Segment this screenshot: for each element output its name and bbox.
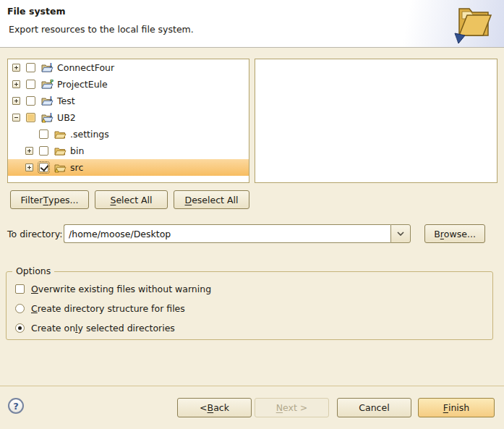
directory-input[interactable] xyxy=(64,224,390,243)
back-button[interactable]: < Back xyxy=(177,398,252,417)
tree-label[interactable]: src xyxy=(70,162,83,173)
tree-row-bin[interactable]: bin xyxy=(8,143,249,159)
checkbox-ub2-grayed[interactable] xyxy=(26,113,35,122)
directory-combo xyxy=(64,224,411,243)
overwrite-checkbox[interactable] xyxy=(15,284,25,294)
tree-row-connectfour[interactable]: J ConnectFour xyxy=(8,59,249,76)
create-selected-label[interactable]: Create only selected directories xyxy=(31,323,175,334)
tree-label[interactable]: Test xyxy=(57,95,75,106)
create-selected-radio[interactable] xyxy=(15,323,25,333)
folder-icon xyxy=(54,129,67,140)
create-structure-option[interactable]: Create directory structure for files xyxy=(15,303,185,314)
svg-text:J: J xyxy=(49,95,52,101)
expand-icon[interactable] xyxy=(25,147,33,155)
help-button[interactable]: ? xyxy=(8,398,24,414)
filter-types-button[interactable]: Filter Types... xyxy=(10,190,89,209)
svg-text:J: J xyxy=(49,62,52,68)
tree-row-projecteule[interactable]: P ProjectEule xyxy=(8,76,249,93)
checkbox-src-checked[interactable] xyxy=(39,163,48,172)
browse-button[interactable]: Browse... xyxy=(424,224,485,243)
expand-icon[interactable] xyxy=(12,80,20,88)
tree-row-ub2[interactable]: J UB2 xyxy=(8,109,249,126)
expand-icon[interactable] xyxy=(12,64,20,72)
checkbox-test[interactable] xyxy=(26,96,35,106)
checkbox-projecteule[interactable] xyxy=(26,80,35,89)
footer-separator xyxy=(0,386,504,386)
checkbox-settings[interactable] xyxy=(39,129,48,139)
folder-icon xyxy=(54,145,67,156)
tree-label[interactable]: ProjectEule xyxy=(57,79,108,90)
next-button-disabled: Next > xyxy=(255,398,329,417)
chevron-down-icon xyxy=(397,232,404,236)
page-subtitle: Export resources to the local file syste… xyxy=(9,24,194,35)
to-directory-label: To directory: xyxy=(7,229,62,239)
tree-label[interactable]: ConnectFour xyxy=(57,62,114,73)
page-title: File system xyxy=(7,6,65,17)
java-project-folder-icon: J xyxy=(41,95,54,106)
create-selected-option[interactable]: Create only selected directories xyxy=(15,323,175,334)
svg-text:P: P xyxy=(50,79,54,85)
finish-button[interactable]: Finish xyxy=(418,398,495,417)
tree-label[interactable]: UB2 xyxy=(57,112,76,123)
tree-row-test[interactable]: J Test xyxy=(8,93,249,109)
export-folder-icon xyxy=(449,3,495,46)
project-folder-icon: P xyxy=(41,79,54,90)
folder-warning-icon xyxy=(54,162,67,173)
java-project-folder-icon: J xyxy=(41,62,54,73)
question-mark-icon: ? xyxy=(13,401,19,412)
tree-row-src-selected[interactable]: src xyxy=(8,159,249,176)
tree-label[interactable]: .settings xyxy=(70,129,109,140)
export-file-system-dialog: File system Export resources to the loca… xyxy=(0,0,504,429)
cancel-button[interactable]: Cancel xyxy=(337,398,411,417)
create-structure-label[interactable]: Create directory structure for files xyxy=(31,303,185,314)
overwrite-option[interactable]: Overwrite existing files without warning xyxy=(15,284,211,294)
directory-dropdown-button[interactable] xyxy=(390,224,411,243)
checkbox-connectfour[interactable] xyxy=(26,63,35,72)
file-list-panel[interactable] xyxy=(255,59,497,183)
expand-icon[interactable] xyxy=(25,163,33,171)
create-structure-radio[interactable] xyxy=(15,304,25,313)
expand-icon[interactable] xyxy=(12,97,20,105)
options-group: Options Overwrite existing files without… xyxy=(6,271,493,340)
collapse-icon[interactable] xyxy=(12,114,20,122)
java-project-folder-warning-icon: J xyxy=(41,112,54,123)
wizard-banner: File system Export resources to the loca… xyxy=(0,0,504,48)
tree-row-settings[interactable]: .settings xyxy=(8,126,249,143)
svg-text:J: J xyxy=(49,112,52,118)
options-legend: Options xyxy=(12,266,54,276)
tree-label[interactable]: bin xyxy=(70,145,84,156)
overwrite-label[interactable]: Overwrite existing files without warning xyxy=(31,284,211,294)
checkbox-bin[interactable] xyxy=(39,146,48,156)
resource-tree[interactable]: J ConnectFour P ProjectEule J Test xyxy=(7,59,249,183)
deselect-all-button[interactable]: Deselect All xyxy=(174,190,249,209)
select-all-button[interactable]: Select All xyxy=(95,190,168,209)
